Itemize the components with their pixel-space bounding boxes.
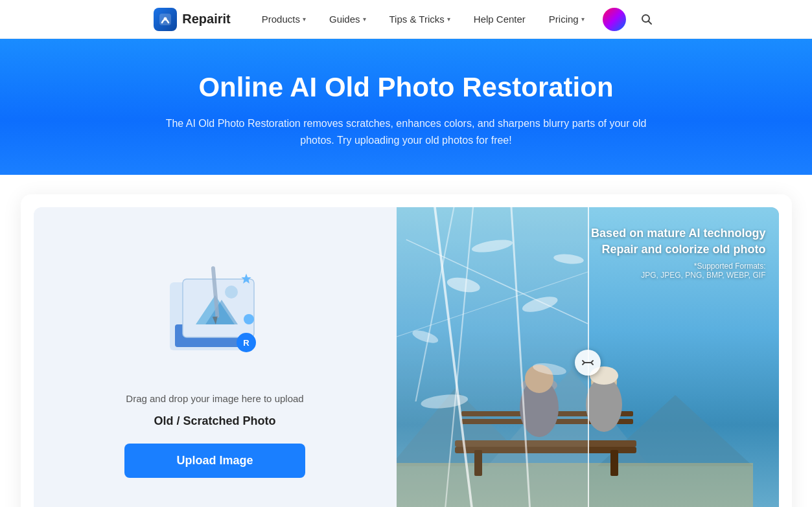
svg-point-27 bbox=[552, 253, 585, 265]
svg-point-24 bbox=[470, 237, 515, 254]
svg-point-16 bbox=[244, 314, 254, 324]
svg-text:R: R bbox=[243, 338, 249, 348]
nav-item-guides[interactable]: Guides ▾ bbox=[318, 0, 378, 39]
upload-panel: R Drag and drop your image here to uploa… bbox=[34, 207, 397, 507]
svg-point-26 bbox=[518, 293, 561, 315]
svg-point-28 bbox=[419, 392, 469, 410]
svg-rect-39 bbox=[610, 450, 618, 476]
upload-drag-text: Drag and drop your image here to upload bbox=[126, 393, 303, 404]
nav-label-guides: Guides bbox=[329, 14, 360, 25]
user-avatar[interactable] bbox=[603, 8, 626, 31]
nav-label-pricing: Pricing bbox=[549, 14, 579, 25]
nav-label-products: Products bbox=[262, 14, 300, 25]
chevron-down-icon: ▾ bbox=[303, 16, 306, 23]
hero-title: Online AI Old Photo Restoration bbox=[13, 71, 799, 104]
chevron-down-icon: ▾ bbox=[581, 16, 585, 23]
logo-icon bbox=[154, 8, 177, 31]
svg-point-23 bbox=[444, 275, 483, 295]
nav-item-products[interactable]: Products ▾ bbox=[250, 0, 318, 39]
svg-line-21 bbox=[397, 272, 588, 337]
svg-point-29 bbox=[531, 361, 568, 377]
preview-line2: Repair and colorize old photo bbox=[591, 243, 765, 256]
main-card: R Drag and drop your image here to uploa… bbox=[21, 194, 792, 507]
preview-line1: Based on mature AI technology bbox=[591, 227, 765, 240]
svg-line-19 bbox=[511, 207, 531, 507]
svg-point-1 bbox=[164, 17, 167, 20]
upload-image-button[interactable]: Upload Image bbox=[124, 444, 305, 478]
hero-subtitle: The AI Old Photo Restoration removes scr… bbox=[163, 115, 649, 148]
navbar: Repairit Products ▾ Guides ▾ Tips & Tric… bbox=[0, 0, 812, 39]
upload-illustration: R bbox=[150, 247, 280, 376]
nav-item-help-center[interactable]: Help Center bbox=[462, 0, 537, 39]
logo-label: Repairit bbox=[182, 12, 230, 27]
nav-item-pricing[interactable]: Pricing ▾ bbox=[537, 0, 596, 39]
svg-line-22 bbox=[415, 207, 454, 401]
comparison-slider-handle[interactable] bbox=[575, 350, 601, 376]
svg-point-10 bbox=[225, 286, 238, 299]
logo[interactable]: Repairit bbox=[154, 8, 230, 31]
search-button[interactable] bbox=[635, 8, 658, 31]
preview-formats-label: *Supported Formats: bbox=[591, 262, 765, 271]
preview-formats-list: JPG, JPEG, PNG, BMP, WEBP, GIF bbox=[591, 271, 765, 280]
svg-line-18 bbox=[444, 207, 472, 507]
svg-line-17 bbox=[435, 207, 473, 507]
hero-section: Online AI Old Photo Restoration The AI O… bbox=[0, 39, 812, 175]
svg-point-44 bbox=[586, 377, 622, 432]
chevron-down-icon: ▾ bbox=[363, 16, 366, 23]
svg-line-3 bbox=[648, 21, 651, 24]
nav-label-help: Help Center bbox=[474, 14, 526, 25]
preview-panel: Based on mature AI technology Repair and… bbox=[397, 207, 779, 507]
chevron-down-icon: ▾ bbox=[447, 16, 450, 23]
preview-text-overlay: Based on mature AI technology Repair and… bbox=[591, 227, 765, 280]
upload-photo-label: Old / Scratched Photo bbox=[154, 414, 275, 428]
nav-label-tips: Tips & Tricks bbox=[389, 14, 445, 25]
nav-item-tips-tricks[interactable]: Tips & Tricks ▾ bbox=[378, 0, 462, 39]
